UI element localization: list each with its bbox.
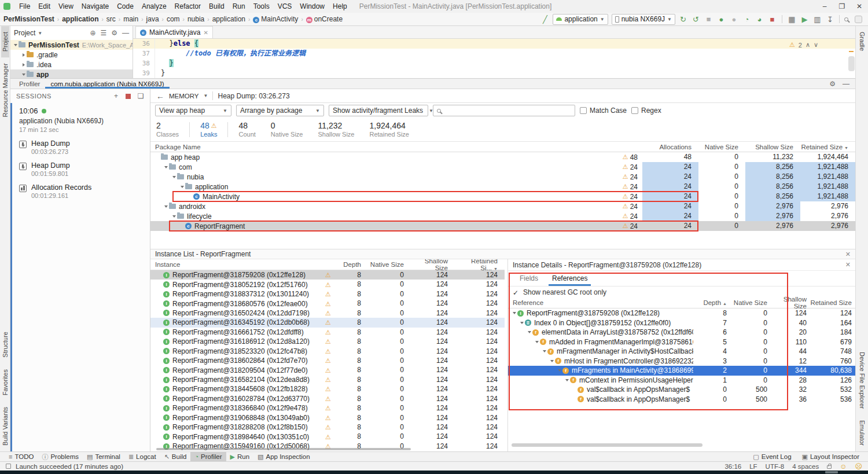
breadcrumb-item-oncreate[interactable]: monCreate bbox=[306, 15, 343, 23]
menu-file[interactable]: File bbox=[15, 2, 34, 10]
menu-refactor[interactable]: Refactor bbox=[171, 2, 205, 10]
breadcrumb-item-permissiontest[interactable]: PerMissionTest bbox=[3, 15, 54, 23]
tool-window-tab-app-inspection[interactable]: ▧App Inspection bbox=[253, 452, 314, 462]
breadcrumb-item-main[interactable]: main bbox=[123, 15, 138, 23]
chevron-down-icon[interactable] bbox=[512, 312, 517, 314]
close-icon[interactable]: ✕ bbox=[845, 251, 851, 258]
tool-window-tab-build[interactable]: ↖Build bbox=[160, 452, 191, 462]
tool-window-tab-problems[interactable]: ⓘProblems bbox=[38, 452, 83, 462]
breadcrumb-item-mainactivity[interactable]: cMainActivity bbox=[253, 15, 298, 23]
settings-icon[interactable]: ⚙ bbox=[111, 29, 117, 37]
pencil-icon[interactable]: ╱ bbox=[540, 16, 549, 23]
tool-window-tab-run[interactable]: ▶Run bbox=[226, 452, 254, 462]
instance-row[interactable]: IReportFragment@318209504 (0x12f77de0)⚠8… bbox=[150, 365, 505, 374]
collapse-all-icon[interactable]: ☰ bbox=[100, 29, 106, 37]
reference-row[interactable]: fmAdded in FragmentManagerImpl@318758616… bbox=[508, 337, 855, 347]
chevron-right-icon[interactable] bbox=[21, 63, 27, 67]
close-icon[interactable]: ✕ bbox=[203, 30, 208, 36]
regex-checkbox[interactable]: Regex bbox=[631, 106, 661, 115]
tool-window-tab-layout-inspector[interactable]: ▣Layout Inspector bbox=[798, 452, 863, 462]
instance-row[interactable]: IReportFragment@318366840 (0x12f9e478)⚠8… bbox=[150, 403, 505, 413]
chevron-down-icon[interactable] bbox=[171, 176, 177, 178]
code-area[interactable]: 36 }else {37 //todo 已有权限，执行正常业务逻辑38 }39} bbox=[133, 39, 855, 78]
search-input[interactable] bbox=[433, 105, 575, 116]
avd-manager-icon[interactable]: ▶ bbox=[800, 16, 809, 23]
chevron-down-icon[interactable] bbox=[534, 341, 540, 343]
package-row-androidx[interactable]: androidx⚠242402,9762,976 bbox=[150, 201, 855, 211]
breadcrumb-item-java[interactable]: java bbox=[146, 15, 159, 23]
chevron-down-icon[interactable] bbox=[163, 166, 169, 168]
sdk-manager-icon[interactable]: ▥ bbox=[813, 16, 822, 23]
project-tree-item-idea[interactable]: .idea bbox=[10, 60, 133, 69]
instance-row[interactable]: IReportFragment@318523320 (0x12fc47b8)⚠8… bbox=[150, 347, 505, 356]
caret-position[interactable]: 36:16 bbox=[724, 463, 741, 470]
column-header-retained-size[interactable]: Retained Size▼ bbox=[800, 144, 855, 150]
package-row-mainactivity[interactable]: cMainActivity⚠242408,2561,921,488 bbox=[150, 192, 855, 201]
match-case-checkbox[interactable]: Match Case bbox=[580, 106, 627, 115]
readonly-lock-icon[interactable] bbox=[827, 465, 832, 469]
instance-row[interactable]: IReportFragment@316582104 (0x12dea8d8)⚠8… bbox=[150, 375, 505, 384]
tab-fields[interactable]: Fields bbox=[514, 274, 544, 286]
menu-help[interactable]: Help bbox=[329, 2, 351, 10]
device-select[interactable]: nubia NX669J ▼ bbox=[612, 14, 675, 25]
memory-label[interactable]: MEMORY bbox=[169, 93, 199, 100]
tool-window-tab-terminal[interactable]: ▤Terminal bbox=[83, 452, 124, 462]
chevron-down-icon[interactable] bbox=[557, 369, 562, 372]
strip-item-structure[interactable]: Structure bbox=[1, 326, 9, 363]
column-header-nativesize[interactable]: Native Size bbox=[368, 261, 411, 268]
chevron-down-icon[interactable] bbox=[549, 360, 555, 362]
column-header-depth[interactable]: Depth▲ bbox=[693, 299, 730, 306]
column-header-retainedsi[interactable]: Retained Si...▼ bbox=[455, 259, 505, 271]
heap-select[interactable]: View app heap ▼ bbox=[155, 105, 231, 116]
instance-row[interactable]: IReportFragment@318759208 (0x12ffe128)⚠8… bbox=[150, 270, 505, 280]
chevron-right-icon[interactable] bbox=[21, 53, 27, 57]
project-tree-item-PerMissionTest[interactable]: PerMissionTestE:\Work_Space_A bbox=[10, 40, 133, 50]
instance-row[interactable]: IReportFragment@318602864 (0x12fd7e70)⚠8… bbox=[150, 356, 505, 365]
stop-session-icon[interactable] bbox=[126, 94, 131, 99]
line-ending[interactable]: LF bbox=[749, 463, 757, 470]
close-icon[interactable]: ✕ bbox=[845, 261, 851, 269]
chevron-down-icon[interactable] bbox=[519, 322, 525, 324]
smiley-icon[interactable]: ☺ bbox=[840, 462, 847, 471]
run-configuration-select[interactable]: application ▼ bbox=[553, 14, 608, 25]
maximize-button[interactable]: ❐ bbox=[833, 0, 851, 13]
reference-row[interactable]: ≣Index 0 in Object[]@318759152 (0x12ffe0… bbox=[508, 318, 855, 328]
instance-row[interactable]: IReportFragment@319068848 (0x13049ab0)⚠8… bbox=[150, 413, 505, 422]
menu-build[interactable]: Build bbox=[205, 2, 229, 10]
next-warning-icon[interactable]: ∨ bbox=[814, 41, 818, 49]
reference-row[interactable]: IReportFragment@318759208 (0x12ffe128)80… bbox=[508, 308, 855, 318]
column-header-depth[interactable]: Depth bbox=[336, 261, 368, 268]
strip-item-resource-manager[interactable]: Resource Manager bbox=[1, 57, 9, 123]
package-row-reportfragment[interactable]: cReportFragment⚠242402,9762,976 bbox=[150, 221, 855, 231]
column-header-allocations[interactable]: Allocations bbox=[642, 144, 698, 150]
close-button[interactable]: ✕ bbox=[851, 0, 868, 13]
tab-mainactivity-java[interactable]: c MainActivity.java ✕ bbox=[135, 26, 213, 38]
project-panel-title[interactable]: Project bbox=[14, 29, 35, 37]
apply-code-changes-icon[interactable]: ↺ bbox=[692, 16, 700, 23]
instance-row[interactable]: IReportFragment@316028784 (0x12d63770)⚠8… bbox=[150, 394, 505, 403]
instance-row[interactable]: IReportFragment@318984640 (0x130351c0)⚠8… bbox=[150, 432, 505, 441]
profile-low-overhead-icon[interactable]: ◕ bbox=[755, 16, 764, 23]
tool-window-tab-profiler[interactable]: ◔Profiler bbox=[190, 452, 226, 462]
reference-row[interactable]: felementData in ArrayList@318758752 (0x1… bbox=[508, 328, 855, 337]
strip-item-favorites[interactable]: Favorites bbox=[1, 363, 9, 401]
package-row-app-heap[interactable]: app heap⚠4848011,2321,924,464 bbox=[150, 152, 855, 162]
instance-row[interactable]: IReportFragment@318680576 (0x12feae00)⚠8… bbox=[150, 299, 505, 308]
menu-code[interactable]: Code bbox=[113, 2, 138, 10]
horizontal-scrollbar[interactable] bbox=[512, 443, 703, 447]
instance-row[interactable]: IReportFragment@316345192 (0x12db0b68)⚠8… bbox=[150, 318, 505, 327]
strip-item-build-variants[interactable]: Build Variants bbox=[1, 401, 9, 451]
chevron-down-icon[interactable] bbox=[564, 379, 570, 381]
menu-run[interactable]: Run bbox=[229, 2, 249, 10]
frowny-icon[interactable]: ☹ bbox=[855, 462, 862, 471]
editor-scrollbar[interactable] bbox=[848, 56, 855, 71]
breadcrumb-item-nubia[interactable]: nubia bbox=[187, 15, 204, 23]
strip-item-device-file-explorer[interactable]: Device File Explorer bbox=[858, 346, 866, 414]
indent-setting[interactable]: 4 spaces bbox=[792, 463, 819, 470]
stop-icon[interactable]: ■ bbox=[768, 16, 777, 23]
column-header-retained-size[interactable]: Retained Size bbox=[810, 299, 855, 306]
column-header-native-size[interactable]: Native Size bbox=[730, 299, 771, 306]
instance-row[interactable]: IReportFragment@316502424 (0x12dd7198)⚠8… bbox=[150, 308, 505, 318]
session-entry-allocation-records[interactable]: Allocation Records00:01:29.161 bbox=[19, 183, 150, 199]
menu-analyze[interactable]: Analyze bbox=[138, 2, 171, 10]
